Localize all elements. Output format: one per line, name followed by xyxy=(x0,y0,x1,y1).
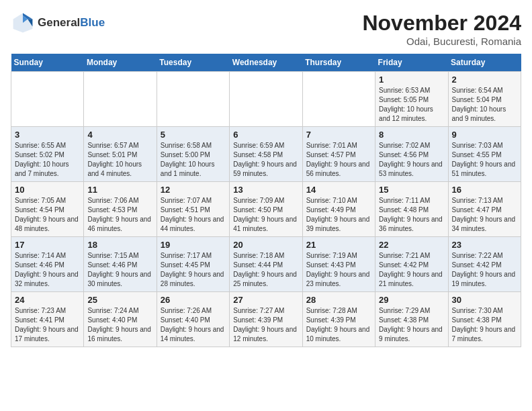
day-number: 30 xyxy=(452,295,517,305)
day-info: Sunrise: 7:13 AM Sunset: 4:47 PM Dayligh… xyxy=(452,196,517,234)
calendar-cell: 17Sunrise: 7:14 AM Sunset: 4:46 PM Dayli… xyxy=(11,237,84,292)
calendar-cell xyxy=(302,72,375,127)
day-number: 18 xyxy=(87,240,152,250)
calendar-table: SundayMondayTuesdayWednesdayThursdayFrid… xyxy=(11,54,521,347)
calendar-week-row: 24Sunrise: 7:23 AM Sunset: 4:41 PM Dayli… xyxy=(11,292,521,347)
day-info: Sunrise: 7:23 AM Sunset: 4:41 PM Dayligh… xyxy=(15,306,80,344)
day-number: 21 xyxy=(306,240,371,250)
day-info: Sunrise: 7:30 AM Sunset: 4:38 PM Dayligh… xyxy=(452,306,517,344)
day-number: 4 xyxy=(87,130,152,140)
title-block: November 2024 Odai, Bucuresti, Romania xyxy=(362,11,521,47)
day-info: Sunrise: 7:15 AM Sunset: 4:46 PM Dayligh… xyxy=(87,251,152,289)
calendar-cell: 21Sunrise: 7:19 AM Sunset: 4:43 PM Dayli… xyxy=(302,237,375,292)
calendar-cell xyxy=(84,72,157,127)
calendar-cell: 6Sunrise: 6:59 AM Sunset: 4:58 PM Daylig… xyxy=(230,127,302,182)
weekday-header-sunday: Sunday xyxy=(11,54,84,72)
day-info: Sunrise: 6:53 AM Sunset: 5:05 PM Dayligh… xyxy=(379,86,444,124)
day-info: Sunrise: 7:27 AM Sunset: 4:39 PM Dayligh… xyxy=(233,306,298,344)
logo-icon xyxy=(11,11,35,35)
calendar-cell: 9Sunrise: 7:03 AM Sunset: 4:55 PM Daylig… xyxy=(448,127,521,182)
month-title: November 2024 xyxy=(362,11,521,36)
day-info: Sunrise: 7:26 AM Sunset: 4:40 PM Dayligh… xyxy=(161,306,226,344)
logo: General Blue xyxy=(11,11,105,35)
day-number: 12 xyxy=(161,185,226,195)
weekday-header-monday: Monday xyxy=(84,54,157,72)
calendar-cell xyxy=(11,72,84,127)
day-number: 7 xyxy=(306,130,371,140)
calendar-cell: 13Sunrise: 7:09 AM Sunset: 4:50 PM Dayli… xyxy=(230,182,302,237)
day-info: Sunrise: 6:55 AM Sunset: 5:02 PM Dayligh… xyxy=(15,141,80,179)
day-info: Sunrise: 7:29 AM Sunset: 4:38 PM Dayligh… xyxy=(379,306,444,344)
day-number: 26 xyxy=(161,295,226,305)
calendar-cell: 29Sunrise: 7:29 AM Sunset: 4:38 PM Dayli… xyxy=(375,292,448,347)
day-info: Sunrise: 7:22 AM Sunset: 4:42 PM Dayligh… xyxy=(452,251,517,289)
day-info: Sunrise: 7:03 AM Sunset: 4:55 PM Dayligh… xyxy=(452,141,517,179)
day-number: 24 xyxy=(15,295,80,305)
day-number: 16 xyxy=(452,185,517,195)
page-header: General Blue November 2024 Odai, Bucures… xyxy=(11,11,521,47)
day-info: Sunrise: 6:57 AM Sunset: 5:01 PM Dayligh… xyxy=(87,141,152,179)
calendar-week-row: 17Sunrise: 7:14 AM Sunset: 4:46 PM Dayli… xyxy=(11,237,521,292)
weekday-header-tuesday: Tuesday xyxy=(157,54,229,72)
day-info: Sunrise: 6:54 AM Sunset: 5:04 PM Dayligh… xyxy=(452,86,517,124)
day-number: 19 xyxy=(161,240,226,250)
day-info: Sunrise: 7:01 AM Sunset: 4:57 PM Dayligh… xyxy=(306,141,371,179)
day-info: Sunrise: 7:09 AM Sunset: 4:50 PM Dayligh… xyxy=(233,196,298,234)
calendar-cell: 27Sunrise: 7:27 AM Sunset: 4:39 PM Dayli… xyxy=(230,292,302,347)
day-info: Sunrise: 7:07 AM Sunset: 4:51 PM Dayligh… xyxy=(161,196,226,234)
calendar-cell: 7Sunrise: 7:01 AM Sunset: 4:57 PM Daylig… xyxy=(302,127,375,182)
day-number: 5 xyxy=(161,130,226,140)
day-info: Sunrise: 7:10 AM Sunset: 4:49 PM Dayligh… xyxy=(306,196,371,234)
calendar-cell: 22Sunrise: 7:21 AM Sunset: 4:42 PM Dayli… xyxy=(375,237,448,292)
day-number: 6 xyxy=(233,130,298,140)
day-info: Sunrise: 7:21 AM Sunset: 4:42 PM Dayligh… xyxy=(379,251,444,289)
day-number: 10 xyxy=(15,185,80,195)
calendar-cell: 30Sunrise: 7:30 AM Sunset: 4:38 PM Dayli… xyxy=(448,292,521,347)
weekday-header-friday: Friday xyxy=(375,54,448,72)
day-number: 8 xyxy=(379,130,444,140)
day-info: Sunrise: 7:28 AM Sunset: 4:39 PM Dayligh… xyxy=(306,306,371,344)
day-number: 25 xyxy=(87,295,152,305)
calendar-cell: 5Sunrise: 6:58 AM Sunset: 5:00 PM Daylig… xyxy=(157,127,229,182)
weekday-header-thursday: Thursday xyxy=(302,54,375,72)
logo-general: General xyxy=(38,16,80,30)
day-info: Sunrise: 7:02 AM Sunset: 4:56 PM Dayligh… xyxy=(379,141,444,179)
day-number: 17 xyxy=(15,240,80,250)
day-number: 13 xyxy=(233,185,298,195)
location: Odai, Bucuresti, Romania xyxy=(362,36,521,47)
day-number: 28 xyxy=(306,295,371,305)
day-number: 9 xyxy=(452,130,517,140)
day-number: 20 xyxy=(233,240,298,250)
calendar-cell xyxy=(230,72,302,127)
day-info: Sunrise: 7:06 AM Sunset: 4:53 PM Dayligh… xyxy=(87,196,152,234)
day-info: Sunrise: 7:05 AM Sunset: 4:54 PM Dayligh… xyxy=(15,196,80,234)
calendar-cell: 8Sunrise: 7:02 AM Sunset: 4:56 PM Daylig… xyxy=(375,127,448,182)
calendar-cell: 2Sunrise: 6:54 AM Sunset: 5:04 PM Daylig… xyxy=(448,72,521,127)
day-info: Sunrise: 7:11 AM Sunset: 4:48 PM Dayligh… xyxy=(379,196,444,234)
day-number: 22 xyxy=(379,240,444,250)
day-number: 27 xyxy=(233,295,298,305)
day-number: 2 xyxy=(452,75,517,85)
calendar-cell: 20Sunrise: 7:18 AM Sunset: 4:44 PM Dayli… xyxy=(230,237,302,292)
day-number: 23 xyxy=(452,240,517,250)
calendar-cell: 15Sunrise: 7:11 AM Sunset: 4:48 PM Dayli… xyxy=(375,182,448,237)
calendar-cell: 10Sunrise: 7:05 AM Sunset: 4:54 PM Dayli… xyxy=(11,182,84,237)
calendar-cell: 25Sunrise: 7:24 AM Sunset: 4:40 PM Dayli… xyxy=(84,292,157,347)
day-number: 15 xyxy=(379,185,444,195)
calendar-week-row: 10Sunrise: 7:05 AM Sunset: 4:54 PM Dayli… xyxy=(11,182,521,237)
calendar-cell: 4Sunrise: 6:57 AM Sunset: 5:01 PM Daylig… xyxy=(84,127,157,182)
calendar-cell: 16Sunrise: 7:13 AM Sunset: 4:47 PM Dayli… xyxy=(448,182,521,237)
day-info: Sunrise: 6:59 AM Sunset: 4:58 PM Dayligh… xyxy=(233,141,298,179)
day-info: Sunrise: 7:19 AM Sunset: 4:43 PM Dayligh… xyxy=(306,251,371,289)
day-number: 1 xyxy=(379,75,444,85)
logo-text: General Blue xyxy=(38,16,105,30)
day-info: Sunrise: 7:14 AM Sunset: 4:46 PM Dayligh… xyxy=(15,251,80,289)
calendar-cell: 23Sunrise: 7:22 AM Sunset: 4:42 PM Dayli… xyxy=(448,237,521,292)
day-number: 11 xyxy=(87,185,152,195)
day-info: Sunrise: 7:18 AM Sunset: 4:44 PM Dayligh… xyxy=(233,251,298,289)
calendar-cell: 26Sunrise: 7:26 AM Sunset: 4:40 PM Dayli… xyxy=(157,292,229,347)
calendar-cell: 24Sunrise: 7:23 AM Sunset: 4:41 PM Dayli… xyxy=(11,292,84,347)
day-info: Sunrise: 6:58 AM Sunset: 5:00 PM Dayligh… xyxy=(161,141,226,179)
calendar-cell: 28Sunrise: 7:28 AM Sunset: 4:39 PM Dayli… xyxy=(302,292,375,347)
weekday-header-wednesday: Wednesday xyxy=(230,54,302,72)
